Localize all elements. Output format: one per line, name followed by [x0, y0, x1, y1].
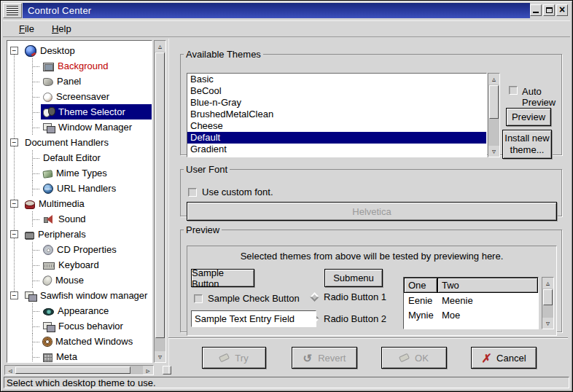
minimize-button[interactable]	[530, 4, 542, 16]
collapse-expander-icon[interactable]: −	[10, 200, 18, 208]
theme-item-default[interactable]: Default	[187, 132, 486, 144]
preview-button[interactable]: Preview	[506, 108, 551, 126]
sample-button[interactable]: Sample Button	[191, 269, 254, 287]
theme-item-gradient[interactable]: Gradient	[187, 144, 486, 155]
theme-item-cheese[interactable]: Cheese	[187, 120, 486, 132]
collapse-expander-icon[interactable]: −	[10, 230, 18, 238]
revert-button[interactable]: ↺ Revert	[292, 347, 357, 369]
tree-item-desktop[interactable]: − Desktop	[7, 43, 152, 58]
tree-item-matched-windows[interactable]: Matched Windows	[7, 334, 152, 349]
tree-item-url-handlers[interactable]: URL Handlers	[7, 181, 152, 196]
tree-item-multimedia[interactable]: − Multimedia	[7, 196, 152, 211]
install-new-theme-button[interactable]: Install new theme...	[502, 130, 552, 159]
theme-list[interactable]: Basic BeCool Blue-n-Gray BrushedMetalCle…	[187, 73, 487, 157]
sample-table[interactable]: One Two Eenie Meenie Mynie Moe	[403, 277, 539, 329]
actions-separator	[168, 337, 568, 339]
tree-horizontal-scrollbar[interactable]: ◃ ▹	[4, 365, 154, 375]
font-picker-button[interactable]: Helvetica	[187, 202, 557, 221]
scroll-down-icon[interactable]: ▿	[542, 318, 553, 329]
tree-item-window-manager[interactable]: Window Manager	[7, 119, 152, 135]
tree-item-document-handlers[interactable]: − Document Handlers	[7, 135, 152, 150]
table-header-one[interactable]: One	[404, 278, 437, 293]
tree-item-peripherals[interactable]: − Peripherals	[7, 227, 152, 242]
tree-item-appearance[interactable]: Appearance	[7, 303, 152, 318]
tree-guide	[32, 273, 41, 288]
collapse-expander-icon[interactable]: −	[10, 291, 18, 299]
auto-preview-checkbox[interactable]	[509, 86, 518, 95]
sample-table-scrollbar[interactable]: ▵ ▿	[542, 277, 554, 329]
sample-checkbox[interactable]	[194, 294, 203, 303]
collapse-expander-icon[interactable]: −	[10, 47, 18, 55]
tree-item-screensaver[interactable]: Screensaver	[7, 89, 152, 104]
theme-scrollbar-thumb[interactable]	[489, 85, 499, 119]
tree-item-theme-selector[interactable]: Theme Selector	[7, 104, 152, 119]
ring-icon	[43, 337, 52, 346]
scroll-up-icon[interactable]: ▵	[488, 74, 499, 85]
try-icon	[219, 353, 230, 363]
table-scrollbar-thumb[interactable]	[543, 289, 553, 305]
tree-guide	[32, 181, 41, 196]
tree-item-cd-properties[interactable]: CD Properties	[7, 242, 152, 257]
sample-text-entry[interactable]	[191, 310, 316, 327]
tree-item-background[interactable]: Background	[7, 58, 152, 74]
menu-help[interactable]: Help	[52, 23, 71, 34]
theme-selector-panel: Available Themes Basic BeCool Blue-n-Gra…	[168, 39, 568, 374]
menu-file[interactable]: File	[19, 23, 34, 34]
tree-item-focus-behavior[interactable]: Focus behavior	[7, 318, 152, 334]
control-center-window: Control Center × File Help − Desktop Bac…	[0, 0, 573, 392]
cancel-button[interactable]: ✗ Cancel	[471, 347, 537, 369]
table-row[interactable]: Mynie Moe	[404, 307, 538, 322]
table-header-two[interactable]: Two	[437, 278, 538, 293]
tree-item-mime-types[interactable]: Mime Types	[7, 165, 152, 181]
theme-item-blue-n-gray[interactable]: Blue-n-Gray	[187, 97, 486, 109]
close-button[interactable]: ×	[556, 4, 568, 16]
mouse-icon	[41, 273, 54, 286]
ok-button[interactable]: OK	[381, 347, 447, 369]
drum-icon	[25, 203, 35, 209]
cancel-icon: ✗	[481, 352, 491, 364]
tree-item-sound[interactable]: Sound	[7, 211, 152, 227]
tree-item-default-editor[interactable]: Default Editor	[7, 150, 152, 165]
tree-guide	[32, 349, 41, 363]
tree-hscrollbar-thumb[interactable]	[15, 366, 130, 374]
cd-icon	[43, 245, 53, 255]
panel-icon	[43, 78, 53, 86]
keyboard-icon	[43, 262, 55, 270]
revert-icon: ↺	[303, 353, 313, 364]
scroll-down-icon[interactable]: ▿	[488, 146, 499, 157]
scroll-left-icon[interactable]: ◃	[5, 366, 15, 375]
tree-item-sawfish[interactable]: − Sawfish window manager	[7, 288, 152, 303]
use-custom-font-checkbox[interactable]	[188, 188, 197, 197]
preview-caption: Selected themes from above will be teste…	[187, 251, 556, 262]
scroll-up-icon[interactable]: ▵	[155, 41, 165, 52]
mime-types-icon	[42, 170, 52, 179]
eye-icon	[43, 308, 54, 315]
collapse-expander-icon[interactable]: −	[10, 138, 18, 146]
tree-item-keyboard[interactable]: Keyboard	[7, 257, 152, 273]
tree-vertical-scrollbar[interactable]: ▵ ▿	[154, 40, 166, 363]
theme-item-basic[interactable]: Basic	[187, 74, 486, 85]
radio-button-1[interactable]	[310, 292, 319, 302]
tree-item-panel[interactable]: Panel	[7, 74, 152, 89]
window-menu-button[interactable]	[3, 3, 22, 18]
titlebar[interactable]: Control Center	[23, 3, 530, 18]
scroll-down-icon[interactable]: ▿	[155, 351, 165, 362]
speaker-icon	[43, 213, 55, 225]
tree-item-meta[interactable]: Meta	[7, 349, 152, 363]
table-row[interactable]: Eenie Meenie	[404, 293, 538, 307]
theme-item-brushedmetalclean[interactable]: BrushedMetalClean	[187, 109, 486, 120]
submenu-button[interactable]: Submenu	[324, 269, 383, 287]
theme-item-becool[interactable]: BeCool	[187, 85, 486, 97]
window-buttons: ×	[530, 4, 568, 16]
scroll-right-icon[interactable]: ▹	[143, 366, 153, 375]
tree-guide	[32, 74, 41, 89]
user-font-label: User Font	[184, 164, 230, 175]
tree-scrollbar-thumb[interactable]	[155, 52, 165, 338]
theme-list-scrollbar[interactable]: ▵ ▿	[488, 73, 500, 157]
tree-item-mouse[interactable]: Mouse	[7, 273, 152, 288]
try-button[interactable]: Try	[202, 347, 266, 369]
windows-icon	[43, 321, 55, 332]
radio-button-1-label: Radio Button 1	[324, 291, 386, 302]
maximize-button[interactable]	[543, 4, 555, 16]
scroll-up-icon[interactable]: ▵	[542, 278, 553, 289]
